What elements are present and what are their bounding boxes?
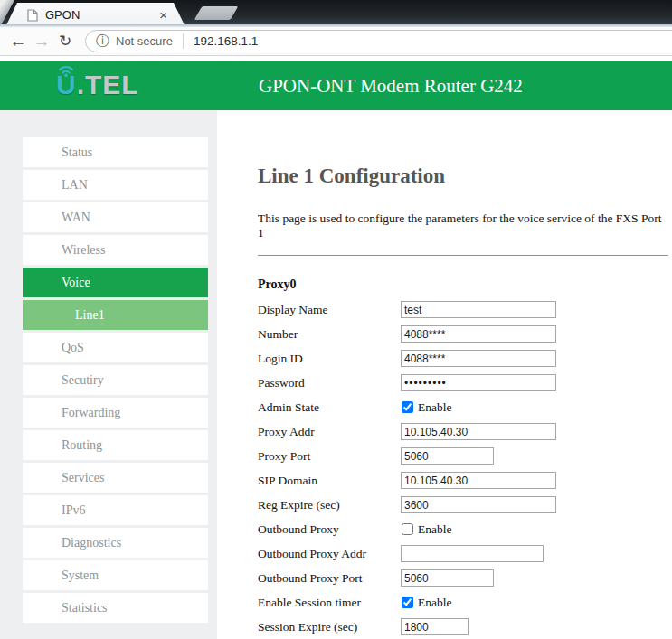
sip-domain-input[interactable] <box>401 472 556 489</box>
admin-state-checkbox[interactable] <box>402 401 413 413</box>
url-text: 192.168.1.1 <box>194 34 258 48</box>
checkbox-label: Enable <box>418 400 451 415</box>
browser-toolbar: ← → ↻ ⓘ Not secure 192.168.1.1 <box>0 27 672 56</box>
main-content: Line 1 Configuration This page is used t… <box>217 110 672 639</box>
sidebar-nav: StatusLANWANWirelessVoiceLine1QoSSecutir… <box>0 110 217 639</box>
field-label: Proxy Port <box>258 449 401 464</box>
form-row: Number <box>258 322 668 346</box>
sidebar-item-lan[interactable]: LAN <box>23 170 208 200</box>
section-title: Proxy0 <box>258 277 668 292</box>
form-row: Session Expire (sec) <box>258 615 668 639</box>
sidebar-item-label: Status <box>62 146 92 160</box>
form-row: Outbound Proxy Addr <box>258 541 668 566</box>
display-name-input[interactable] <box>401 301 556 318</box>
proxy-addr-input[interactable] <box>401 423 556 440</box>
field-label: Enable Session timer <box>258 596 401 610</box>
page-title: Line 1 Configuration <box>258 164 668 188</box>
sidebar-item-statistics[interactable]: Statistics <box>23 593 208 623</box>
new-tab-button[interactable] <box>194 6 239 20</box>
sidebar-item-qos[interactable]: QoS <box>23 333 208 362</box>
page-description: This page is used to configure the param… <box>258 211 668 240</box>
sidebar-item-label: Secutiry <box>62 373 104 388</box>
address-bar[interactable]: ⓘ Not secure 192.168.1.1 <box>85 30 672 52</box>
form-row: Enable Session timerEnable <box>258 590 668 615</box>
sidebar-item-system[interactable]: System <box>23 560 208 590</box>
form-row: Outbound ProxyEnable <box>258 517 668 541</box>
form-row: Proxy Addr <box>258 419 668 444</box>
field-label: Reg Expire (sec) <box>258 498 401 512</box>
session-timer-checkbox[interactable] <box>402 597 413 608</box>
not-secure-label: Not secure <box>116 34 173 48</box>
field-label: Proxy Addr <box>258 425 401 439</box>
sidebar-item-label: QoS <box>62 341 84 355</box>
sidebar-item-label: Line1 <box>75 308 105 323</box>
field-label: Login ID <box>258 352 401 366</box>
sidebar-item-forwarding[interactable]: Forwarding <box>23 398 208 428</box>
form-row: Proxy Port <box>258 444 668 468</box>
sidebar-item-routing[interactable]: Routing <box>23 430 208 460</box>
forward-button-icon[interactable]: → <box>30 33 53 50</box>
site-header: U .TEL GPON-ONT Modem Router G242 <box>0 61 672 110</box>
wifi-icon <box>54 63 78 77</box>
proxy-port-input[interactable] <box>401 447 494 465</box>
reload-button-icon[interactable]: ↻ <box>53 33 77 49</box>
logo-text-secondary: .TEL <box>77 71 139 99</box>
sidebar-item-diagnostics[interactable]: Diagnostics <box>23 528 208 558</box>
field-label: Session Expire (sec) <box>258 620 401 634</box>
sidebar-item-ipv6[interactable]: IPv6 <box>23 495 208 525</box>
session-expire-input[interactable] <box>401 618 469 635</box>
field-label: Outbound Proxy Addr <box>258 547 401 561</box>
login-id-input[interactable] <box>401 350 556 367</box>
form-row: Login ID <box>258 346 668 371</box>
sidebar-item-label: Voice <box>62 276 90 290</box>
sidebar-item-label: System <box>62 569 99 583</box>
sidebar-item-label: IPv6 <box>62 503 85 518</box>
outbound-proxy-port-input[interactable] <box>401 569 494 587</box>
tab-bar: GPON × <box>0 0 672 27</box>
sidebar-item-services[interactable]: Services <box>23 463 208 493</box>
outbound-proxy-addr-input[interactable] <box>401 545 544 562</box>
reg-expire-input[interactable] <box>401 496 556 513</box>
sidebar-item-label: Services <box>62 471 104 485</box>
sidebar-item-voice[interactable]: Voice <box>23 268 208 297</box>
sidebar-item-status[interactable]: Status <box>23 137 208 167</box>
sidebar-item-wireless[interactable]: Wireless <box>23 235 208 265</box>
field-label: Admin State <box>258 400 401 415</box>
browser-tab[interactable]: GPON × <box>5 3 185 27</box>
field-label: Display Name <box>258 303 401 317</box>
field-label: Password <box>258 376 401 390</box>
field-label: Outbound Proxy <box>258 522 401 537</box>
site-title: GPON-ONT Modem Router G242 <box>259 75 523 98</box>
password-input[interactable] <box>401 374 556 391</box>
checkbox-label: Enable <box>418 522 451 537</box>
form-rows: Display NameNumberLogin IDPasswordAdmin … <box>258 297 668 639</box>
field-label: SIP Domain <box>258 474 401 488</box>
info-icon[interactable]: ⓘ <box>96 33 109 50</box>
form-row: Display Name <box>258 297 668 322</box>
sidebar-item-label: LAN <box>62 178 88 193</box>
form-row: Outbound Proxy Port <box>258 566 668 590</box>
back-button-icon[interactable]: ← <box>6 33 30 50</box>
sidebar-item-line1[interactable]: Line1 <box>23 300 208 330</box>
omnibox-divider <box>183 33 184 49</box>
sidebar-item-label: Routing <box>62 438 102 453</box>
form-row: Admin StateEnable <box>258 395 668 419</box>
form-row: Reg Expire (sec) <box>258 493 668 517</box>
number-input[interactable] <box>401 325 556 343</box>
sidebar-item-wan[interactable]: WAN <box>23 202 208 232</box>
field-label: Outbound Proxy Port <box>258 571 401 586</box>
page-body: StatusLANWANWirelessVoiceLine1QoSSecutir… <box>0 110 672 639</box>
sidebar-item-label: Statistics <box>62 601 108 616</box>
sidebar-item-secutiry[interactable]: Secutiry <box>23 365 208 395</box>
utel-logo: U .TEL <box>56 71 139 99</box>
tab-title: GPON <box>45 8 80 22</box>
sidebar-item-label: Wireless <box>62 243 105 258</box>
outbound-proxy-checkbox[interactable] <box>402 523 413 535</box>
page-favicon-icon <box>27 9 38 22</box>
sidebar-item-label: Diagnostics <box>62 536 121 550</box>
divider <box>258 255 668 256</box>
checkbox-label: Enable <box>418 596 451 610</box>
form-row: SIP Domain <box>258 468 668 493</box>
sidebar-item-label: Forwarding <box>62 406 120 420</box>
tab-close-icon[interactable]: × <box>159 8 167 22</box>
